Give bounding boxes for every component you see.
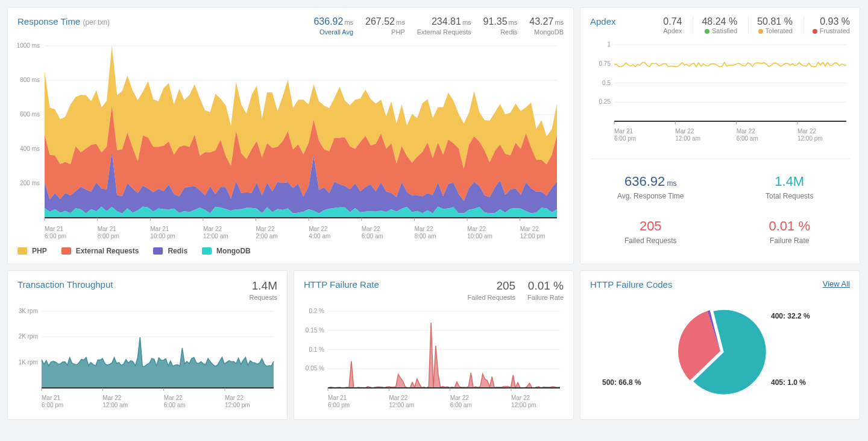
svg-text:Mar 22: Mar 22 xyxy=(225,395,244,401)
svg-text:Mar 22: Mar 22 xyxy=(256,226,275,232)
failure-codes-chart[interactable]: 500: 66.8 %400: 32.2 %405: 1.0 % xyxy=(590,297,850,405)
pie-slice-label: 400: 32.2 % xyxy=(771,312,810,320)
svg-text:6:00 pm: 6:00 pm xyxy=(614,135,636,142)
apdex-chart[interactable]: 0.250.50.751 Mar 216:00 pmMar 2212:00 am… xyxy=(590,42,850,144)
svg-text:12:00 am: 12:00 am xyxy=(675,135,700,142)
legend-item[interactable]: PHP xyxy=(17,247,47,255)
failure-rate-card: HTTP Failure Rate 205Failed Requests0.01… xyxy=(294,270,574,420)
apdex-card: Apdex 0.74Apdex48.24 %Satisfied50.81 %To… xyxy=(580,7,860,264)
svg-text:Mar 22: Mar 22 xyxy=(414,226,433,232)
svg-text:Mar 22: Mar 22 xyxy=(362,226,381,232)
svg-text:Mar 21: Mar 21 xyxy=(98,226,117,232)
svg-text:2:00 am: 2:00 am xyxy=(256,233,278,240)
svg-text:0.75: 0.75 xyxy=(599,60,611,67)
apdex-stat: 0.74Apdex xyxy=(663,16,682,34)
apdex-stats: 0.74Apdex48.24 %Satisfied50.81 %Tolerate… xyxy=(663,16,850,34)
pie-slice-label: 500: 66.8 % xyxy=(602,378,641,387)
svg-text:1K rpm: 1K rpm xyxy=(19,359,38,366)
failure-codes-card: HTTP Failure Codes View All 500: 66.8 %4… xyxy=(580,270,860,420)
svg-text:6:00 am: 6:00 am xyxy=(164,402,186,408)
failure-rate-chart[interactable]: 0.05 %0.1 %0.15 %0.2 % Mar 216:00 pmMar … xyxy=(304,308,564,411)
card-title: Apdex xyxy=(590,16,616,27)
svg-text:12:00 pm: 12:00 pm xyxy=(511,402,536,408)
card-title: Transaction Throughput xyxy=(17,279,113,290)
svg-text:Mar 22: Mar 22 xyxy=(467,226,486,232)
stat: 636.92msOverall Avg xyxy=(313,16,353,36)
stat: 1.4MRequests xyxy=(250,279,277,301)
svg-text:Mar 22: Mar 22 xyxy=(797,128,817,135)
card-header: HTTP Failure Rate 205Failed Requests0.01… xyxy=(304,279,564,301)
svg-text:12:00 am: 12:00 am xyxy=(203,233,228,240)
big-stat: 0.01 %Failure Rate xyxy=(729,218,851,245)
title-text: Response Time xyxy=(17,16,80,27)
svg-text:Mar 21: Mar 21 xyxy=(150,226,169,232)
svg-text:12:00 pm: 12:00 pm xyxy=(797,135,823,142)
svg-text:6:00 pm: 6:00 pm xyxy=(45,233,66,240)
svg-text:Mar 22: Mar 22 xyxy=(511,395,530,401)
card-header: Apdex 0.74Apdex48.24 %Satisfied50.81 %To… xyxy=(590,16,850,34)
svg-text:Mar 21: Mar 21 xyxy=(614,128,634,135)
svg-text:10:00 am: 10:00 am xyxy=(467,233,492,240)
svg-text:10:00 pm: 10:00 pm xyxy=(150,233,175,240)
svg-text:800 ms: 800 ms xyxy=(20,77,40,83)
svg-text:4:00 am: 4:00 am xyxy=(309,233,330,240)
svg-text:Mar 21: Mar 21 xyxy=(328,395,347,401)
card-header: Response Time (per txn) 636.92msOverall … xyxy=(17,16,564,36)
svg-text:0.1 %: 0.1 % xyxy=(309,346,324,353)
svg-text:Mar 22: Mar 22 xyxy=(675,128,694,135)
svg-text:Mar 22: Mar 22 xyxy=(203,226,222,232)
throughput-stats: 1.4MRequests xyxy=(250,279,277,301)
response-time-legend: PHPExternal RequestsRedisMongoDB xyxy=(17,247,564,255)
card-header: Transaction Throughput 1.4MRequests xyxy=(17,279,277,301)
svg-text:6:00 pm: 6:00 pm xyxy=(328,402,350,408)
svg-text:Mar 22: Mar 22 xyxy=(102,395,122,401)
svg-text:2K rpm: 2K rpm xyxy=(19,333,38,340)
response-time-card: Response Time (per txn) 636.92msOverall … xyxy=(7,7,574,264)
card-title: HTTP Failure Rate xyxy=(304,279,379,290)
legend-item[interactable]: Redis xyxy=(153,247,187,255)
dashboard-grid: Response Time (per txn) 636.92msOverall … xyxy=(7,7,861,420)
svg-text:Mar 22: Mar 22 xyxy=(389,395,408,401)
svg-text:0.2 %: 0.2 % xyxy=(309,308,324,314)
legend-item[interactable]: MongoDB xyxy=(202,247,251,255)
svg-text:600 ms: 600 ms xyxy=(20,111,40,118)
card-title: HTTP Failure Codes xyxy=(590,279,672,290)
svg-text:0.5: 0.5 xyxy=(602,80,611,86)
stat: 267.52msPHP xyxy=(365,16,405,36)
big-stat: 1.4MTotal Requests xyxy=(729,174,851,200)
svg-text:0.05 %: 0.05 % xyxy=(306,365,324,372)
svg-text:12:00 am: 12:00 am xyxy=(102,402,128,408)
stat: 205Failed Requests xyxy=(468,279,516,301)
big-stat: 636.92 msAvg. Response Time xyxy=(590,174,711,200)
big-stat: 205Failed Requests xyxy=(590,218,711,245)
card-header: HTTP Failure Codes View All xyxy=(590,279,850,290)
stat: 0.01 %Failure Rate xyxy=(527,279,564,301)
stat: 43.27msMongoDB xyxy=(529,16,564,36)
svg-text:Mar 22: Mar 22 xyxy=(450,395,470,401)
title-sub: (per txn) xyxy=(83,18,110,27)
svg-text:200 ms: 200 ms xyxy=(20,180,40,186)
apdex-stat: 48.24 %Satisfied xyxy=(693,16,737,34)
apdex-stat: 50.81 %Tolerated xyxy=(748,16,793,34)
throughput-card: Transaction Throughput 1.4MRequests 1K r… xyxy=(7,270,288,420)
failure-rate-stats: 205Failed Requests0.01 %Failure Rate xyxy=(468,279,564,301)
svg-text:Mar 21: Mar 21 xyxy=(42,395,61,401)
svg-text:6:00 am: 6:00 am xyxy=(362,233,383,240)
card-title: Response Time (per txn) xyxy=(17,16,110,27)
svg-text:400 ms: 400 ms xyxy=(20,145,40,152)
svg-text:6:00 am: 6:00 am xyxy=(450,402,472,408)
svg-text:Mar 22: Mar 22 xyxy=(737,128,756,135)
svg-text:0.25: 0.25 xyxy=(599,98,611,105)
svg-text:1000 ms: 1000 ms xyxy=(17,43,40,49)
legend-item[interactable]: External Requests xyxy=(61,247,139,255)
svg-text:12:00 pm: 12:00 pm xyxy=(520,233,546,240)
throughput-chart[interactable]: 1K rpm2K rpm3K rpm Mar 216:00 pmMar 2212… xyxy=(17,308,277,411)
stat: 234.81msExternal Requests xyxy=(417,16,471,36)
response-time-chart[interactable]: 200 ms400 ms600 ms800 ms1000 ms Mar 216:… xyxy=(17,43,564,242)
apdex-big-stats: 636.92 msAvg. Response Time1.4MTotal Req… xyxy=(590,159,850,245)
svg-text:1: 1 xyxy=(607,42,611,48)
apdex-stat: 0.93 %Frustrated xyxy=(804,16,850,34)
view-all-link[interactable]: View All xyxy=(823,279,850,288)
response-time-stats: 636.92msOverall Avg267.52msPHP234.81msEx… xyxy=(313,16,564,36)
svg-text:6:00 pm: 6:00 pm xyxy=(42,402,63,408)
